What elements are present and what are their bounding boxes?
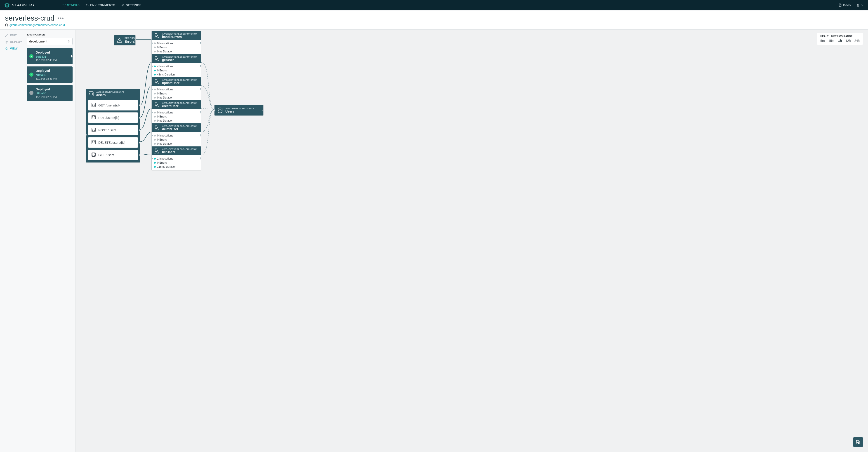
code-icon: [86, 3, 89, 7]
brand-text: STACKERY: [12, 3, 35, 7]
lambda-icon: [154, 125, 160, 131]
chat-fab[interactable]: [853, 437, 863, 447]
node-fn-type: AWS::SERVERLESS::FUNCTION: [162, 148, 197, 150]
metrics-range-option[interactable]: 15m: [829, 39, 835, 42]
nav-settings-label: SETTINGS: [126, 3, 142, 7]
environment-select[interactable]: development ▲▼: [27, 38, 72, 45]
node-fn-name: deleteUser: [162, 127, 197, 131]
metric-dot-icon: [154, 74, 156, 75]
node-fn-createUser[interactable]: AWS::SERVERLESS::FUNCTION createUser 0 I…: [151, 100, 201, 124]
metric-dot-icon: [154, 111, 156, 114]
nav-settings[interactable]: SETTINGS: [121, 3, 142, 7]
metric-text: 1 Invocations: [157, 157, 173, 161]
node-api-users[interactable]: AWS::SERVERLESS::API /users GET /users/{…: [86, 89, 140, 162]
node-fn-handleErrors[interactable]: AWS::SERVERLESS::FUNCTION handleErrors 0…: [151, 31, 201, 55]
metric-dot-icon: [154, 93, 156, 94]
database-icon: [217, 107, 223, 113]
node-fn-type: AWS::SERVERLESS::FUNCTION: [162, 102, 197, 104]
rail-view-label: VIEW: [10, 47, 18, 50]
docs-label: Docs: [843, 3, 851, 7]
repo-link[interactable]: github.com/bildungsroman/serverless-crud: [5, 23, 863, 27]
node-table-users[interactable]: AWS::DYNAMODB::TABLE Users: [214, 105, 264, 116]
lambda-icon: [154, 102, 160, 108]
rail-view[interactable]: VIEW: [5, 47, 27, 50]
metric-dot-icon: [154, 97, 156, 99]
eye-icon: [5, 47, 8, 50]
deployment-hash: 5ef5831: [36, 55, 57, 59]
send-icon: [5, 40, 8, 44]
left-rail: EDIT DEPLOY VIEW: [0, 30, 27, 452]
metric-text: 0ms Duration: [157, 50, 173, 54]
node-fn-name: createUser: [162, 104, 197, 108]
metric-text: 0 Invocations: [157, 110, 173, 115]
api-route-label: DELETE /users/{id}: [98, 141, 126, 144]
metric-text: 0 Invocations: [157, 41, 173, 45]
metric-text: 0ms Duration: [157, 142, 173, 146]
metrics-range-option[interactable]: 24h: [855, 39, 860, 42]
metric-text: 0 Errors: [157, 68, 167, 72]
top-nav: STACKERY STACKS ENVIRONMENTS SETTINGS Do…: [0, 0, 868, 10]
api-route[interactable]: GET /users/{id}: [88, 100, 138, 110]
metric-text: 48ms Duration: [157, 72, 175, 76]
node-errors[interactable]: ERRORS Errors: [114, 35, 135, 45]
svg-point-2: [6, 48, 7, 49]
api-route[interactable]: DELETE /users/{id}: [88, 137, 138, 148]
metrics-range-option[interactable]: 12h: [845, 39, 850, 42]
nav-environments[interactable]: ENVIRONMENTS: [86, 3, 115, 7]
repo-url: github.com/bildungsroman/serverless-crud: [9, 23, 65, 27]
deployments-column: ENVIRONMENT development ▲▼ Deployed 5ef5…: [27, 30, 75, 452]
title-menu-button[interactable]: •••: [58, 15, 64, 21]
metric-dot-icon: [154, 116, 156, 118]
nav-env-label: ENVIRONMENTS: [90, 3, 115, 7]
metric-dot-icon: [154, 51, 156, 53]
brand-logo[interactable]: STACKERY: [4, 2, 35, 8]
metric-dot-icon: [154, 166, 156, 168]
node-fn-updateUser[interactable]: AWS::SERVERLESS::FUNCTION updateUser 0 I…: [151, 77, 201, 101]
api-icon: [91, 152, 96, 158]
deployment-card[interactable]: Deployed 5ef5831 11/16/18 02:43 PM: [27, 48, 72, 64]
metric-dot-icon: [154, 158, 156, 160]
rail-edit-label: EDIT: [10, 34, 17, 37]
metric-text: 0 Invocations: [157, 88, 173, 92]
metrics-range-option[interactable]: 5m: [820, 39, 825, 42]
deployment-card[interactable]: Deployed c84fa80 11/16/18 02:41 PM: [27, 66, 72, 83]
api-route[interactable]: POST /users: [88, 125, 138, 135]
deployment-card[interactable]: Deployed c84fa80 11/16/18 02:20 PM: [27, 85, 72, 101]
metric-text: 0ms Duration: [157, 96, 173, 100]
check-icon: [29, 72, 33, 76]
diagram-canvas[interactable]: ERRORS Errors AWS::SERVERLESS::FUNCTION …: [75, 30, 868, 452]
metric-text: 0ms Duration: [157, 119, 173, 123]
metric-text: 0 Errors: [157, 92, 167, 96]
user-icon: [856, 3, 860, 7]
rail-deploy[interactable]: DEPLOY: [5, 40, 27, 44]
node-table-type: AWS::DYNAMODB::TABLE: [225, 107, 254, 109]
api-icon: [88, 91, 94, 97]
chat-icon: [856, 440, 861, 445]
node-fn-getUser[interactable]: AWS::SERVERLESS::FUNCTION getUser 4 Invo…: [151, 54, 201, 78]
api-icon: [91, 140, 96, 145]
metric-dot-icon: [154, 66, 156, 67]
environment-value: development: [29, 39, 47, 43]
check-icon: [29, 54, 33, 58]
metric-text: 115ms Duration: [157, 165, 176, 169]
api-route-label: POST /users: [98, 128, 116, 132]
metric-dot-icon: [154, 135, 156, 136]
docs-link[interactable]: Docs: [838, 3, 851, 7]
health-metrics-panel: HEALTH METRICS RANGE 5m15m1h12h24h: [817, 33, 863, 45]
metric-dot-icon: [154, 89, 156, 90]
alert-triangle-icon: [116, 37, 122, 43]
nav-stacks[interactable]: STACKS: [62, 3, 80, 7]
node-table-name: Users: [225, 109, 254, 113]
rail-deploy-label: DEPLOY: [10, 40, 22, 44]
api-route[interactable]: GET /users: [88, 150, 138, 160]
api-route[interactable]: PUT /users/{id}: [88, 112, 138, 123]
rail-edit[interactable]: EDIT: [5, 34, 27, 37]
metric-text: 4 Invocations: [157, 64, 173, 68]
node-fn-listUsers[interactable]: AWS::SERVERLESS::FUNCTION listUsers 1 In…: [151, 146, 201, 170]
metric-text: 0 Invocations: [157, 134, 173, 138]
user-menu[interactable]: [856, 3, 864, 7]
node-fn-type: AWS::SERVERLESS::FUNCTION: [162, 125, 197, 127]
metrics-range-option[interactable]: 1h: [838, 39, 842, 42]
metric-text: 0 Errors: [157, 45, 167, 50]
node-fn-deleteUser[interactable]: AWS::SERVERLESS::FUNCTION deleteUser 0 I…: [151, 123, 201, 147]
